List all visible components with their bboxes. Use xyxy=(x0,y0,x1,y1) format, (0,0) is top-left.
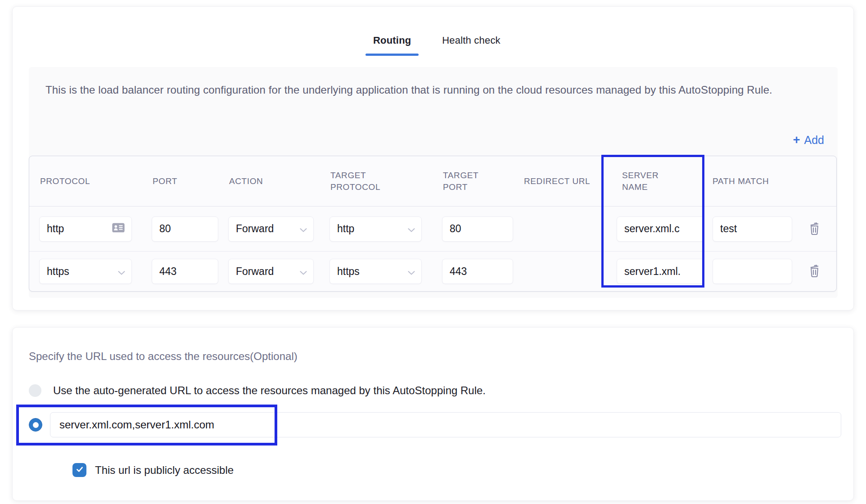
routing-description: This is the load balancer routing config… xyxy=(45,82,779,98)
server-name-cell xyxy=(603,216,704,242)
add-route-button[interactable]: + Add xyxy=(793,134,824,147)
path-match-input-row1[interactable] xyxy=(713,216,792,242)
action-select-row2[interactable]: Forward xyxy=(228,259,314,284)
plus-icon: + xyxy=(793,134,800,146)
header-server-name: SERVER NAME xyxy=(603,170,671,193)
action-cell: Forward xyxy=(218,259,320,284)
routing-config-panel: This is the load balancer routing config… xyxy=(29,67,838,298)
server-name-input-row1[interactable] xyxy=(617,216,704,242)
action-select-row1[interactable]: Forward xyxy=(228,216,314,242)
header-target-port: TARGET PORT xyxy=(432,170,504,193)
custom-url-radio[interactable] xyxy=(29,418,42,432)
table-row: http xyxy=(29,207,836,252)
tab-health-check-label: Health check xyxy=(442,35,501,46)
chevron-down-icon xyxy=(408,223,415,235)
url-card: Specify the URL used to access the resou… xyxy=(12,327,854,501)
path-match-cell xyxy=(704,259,792,284)
routing-table: PROTOCOL PORT ACTION TARGET PROTOCOL TAR… xyxy=(29,156,837,292)
public-url-checkbox[interactable] xyxy=(72,463,86,477)
delete-row-button[interactable] xyxy=(808,264,821,279)
action-value: Forward xyxy=(236,223,274,235)
protocol-cell: http xyxy=(29,216,142,242)
port-input-row2[interactable] xyxy=(152,259,218,284)
action-value: Forward xyxy=(236,266,274,278)
target-port-input-row1[interactable] xyxy=(442,216,513,242)
table-row: https Forward xyxy=(29,252,836,291)
tab-routing-label: Routing xyxy=(373,35,411,46)
tab-health-check[interactable]: Health check xyxy=(442,35,501,56)
target-port-cell xyxy=(432,216,513,242)
protocol-cell: https xyxy=(29,259,142,284)
target-protocol-select-row1[interactable]: http xyxy=(329,216,422,242)
chevron-down-icon xyxy=(118,266,125,278)
trash-icon xyxy=(808,264,821,279)
port-cell xyxy=(142,259,218,284)
routing-card: Routing Health check This is the load ba… xyxy=(12,6,854,310)
add-route-label: Add xyxy=(804,134,824,147)
action-cell: Forward xyxy=(218,216,320,242)
server-name-input-row2[interactable] xyxy=(617,259,704,284)
url-section-title: Specify the URL used to access the resou… xyxy=(29,350,298,363)
active-tab-underline xyxy=(365,54,419,56)
delete-row-button[interactable] xyxy=(808,221,821,237)
port-input-row1[interactable] xyxy=(152,216,218,242)
custom-url-input[interactable] xyxy=(50,412,841,437)
target-protocol-select-row2[interactable]: https xyxy=(329,259,422,284)
target-protocol-value: http xyxy=(337,223,354,235)
auto-url-option-label: Use the auto-generated URL to access the… xyxy=(53,384,486,397)
auto-url-option-row: Use the auto-generated URL to access the… xyxy=(29,384,486,397)
public-url-label: This url is publicly accessible xyxy=(95,464,234,477)
chevron-down-icon xyxy=(300,266,307,278)
id-card-icon xyxy=(112,222,125,236)
target-port-cell xyxy=(432,259,513,284)
routing-table-header: PROTOCOL PORT ACTION TARGET PROTOCOL TAR… xyxy=(29,156,836,207)
path-match-input-row2[interactable] xyxy=(713,259,792,284)
protocol-value: https xyxy=(47,266,69,278)
header-redirect-url: REDIRECT URL xyxy=(513,176,603,187)
server-name-cell xyxy=(603,259,704,284)
header-action: ACTION xyxy=(218,176,320,187)
header-port: PORT xyxy=(142,176,218,187)
row-actions-cell xyxy=(792,221,836,237)
protocol-value: http xyxy=(47,223,64,235)
public-url-row: This url is publicly accessible xyxy=(72,463,234,477)
target-protocol-cell: http xyxy=(320,216,432,242)
protocol-select-row2[interactable]: https xyxy=(39,259,132,284)
auto-url-radio[interactable] xyxy=(29,384,41,397)
tab-bar: Routing Health check xyxy=(13,35,853,56)
chevron-down-icon xyxy=(300,223,307,235)
header-path-match: PATH MATCH xyxy=(704,176,792,187)
target-port-input-row2[interactable] xyxy=(442,259,513,284)
radio-dot xyxy=(33,422,39,428)
header-target-protocol: TARGET PROTOCOL xyxy=(320,170,392,193)
chevron-down-icon xyxy=(408,266,415,278)
target-protocol-cell: https xyxy=(320,259,432,284)
path-match-cell xyxy=(704,216,792,242)
header-protocol: PROTOCOL xyxy=(29,176,142,187)
protocol-select-row1[interactable]: http xyxy=(39,216,132,242)
port-cell xyxy=(142,216,218,242)
check-icon xyxy=(75,465,84,476)
trash-icon xyxy=(808,221,821,237)
target-protocol-value: https xyxy=(337,266,360,278)
row-actions-cell xyxy=(792,264,836,279)
tab-routing[interactable]: Routing xyxy=(365,35,419,56)
